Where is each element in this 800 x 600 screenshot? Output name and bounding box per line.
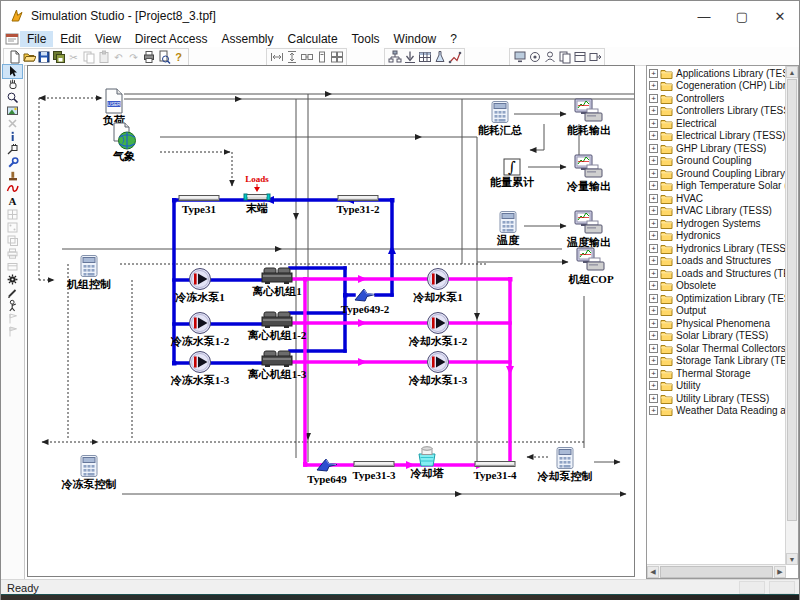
- print-icon[interactable]: [141, 50, 156, 65]
- flag-b-icon[interactable]: [3, 325, 22, 338]
- expand-plus-icon[interactable]: +: [649, 131, 658, 140]
- close-button[interactable]: ✕: [761, 2, 799, 31]
- expand-plus-icon[interactable]: +: [649, 219, 658, 228]
- fit-width-icon[interactable]: [269, 50, 284, 65]
- hierarchy-icon[interactable]: [387, 50, 402, 65]
- expand-plus-icon[interactable]: +: [649, 106, 658, 115]
- tree-item[interactable]: + Solar Thermal Collectors: [647, 342, 786, 355]
- view-options-icon[interactable]: [527, 50, 542, 65]
- help-icon[interactable]: ?: [171, 50, 186, 65]
- grid-a-icon[interactable]: [3, 208, 22, 221]
- card-icon[interactable]: [3, 260, 22, 273]
- connect-tool-icon[interactable]: [3, 143, 22, 156]
- print-small-icon[interactable]: [3, 247, 22, 260]
- menu-file[interactable]: File: [20, 31, 53, 47]
- component-energy-summary[interactable]: 能耗汇总: [468, 100, 532, 136]
- tree-item[interactable]: + Controllers Library (TESS): [647, 105, 786, 118]
- delete-tool-icon[interactable]: [3, 117, 22, 130]
- pen-tool-icon[interactable]: [3, 286, 22, 299]
- flask-icon[interactable]: [432, 50, 447, 65]
- save-icon[interactable]: [36, 50, 51, 65]
- component-temperature[interactable]: 温度: [476, 210, 540, 246]
- component-energy-integrator[interactable]: 能量累计: [480, 158, 544, 188]
- expand-plus-icon[interactable]: +: [649, 119, 658, 128]
- tree-item[interactable]: + Controllers: [647, 92, 786, 105]
- tree-item[interactable]: + Physical Phenomena: [647, 317, 786, 330]
- expand-plus-icon[interactable]: +: [649, 194, 658, 203]
- undo-icon[interactable]: ↶: [111, 50, 126, 65]
- menu-tools[interactable]: Tools: [345, 31, 387, 47]
- component-chw-pump-1-2[interactable]: 冷冻水泵1-2: [168, 311, 232, 347]
- title-bar[interactable]: Simulation Studio - [Project8_3.tpf] — ▢…: [1, 1, 799, 32]
- component-chiller-1-2[interactable]: 离心机组1-2: [245, 309, 309, 341]
- tree-item[interactable]: + Cogeneration (CHP) Library (TESS): [647, 80, 786, 93]
- component-chiller-1-3[interactable]: 离心机组1-3: [245, 348, 309, 380]
- expand-plus-icon[interactable]: +: [649, 344, 658, 353]
- paste-icon[interactable]: [96, 50, 111, 65]
- zoom-tool-icon[interactable]: [3, 91, 22, 104]
- component-type31[interactable]: Type31: [167, 193, 231, 215]
- open-icon[interactable]: [21, 50, 36, 65]
- route-icon[interactable]: [447, 50, 462, 65]
- info-tool-icon[interactable]: [3, 130, 22, 143]
- grid-b-icon[interactable]: [3, 221, 22, 234]
- component-cw-pump-control[interactable]: 冷却泵控制: [533, 446, 597, 482]
- tree-item[interactable]: + Storage Tank Library (TESS): [647, 355, 786, 368]
- expand-plus-icon[interactable]: +: [649, 81, 658, 90]
- scroll-right-icon[interactable]: ▶: [774, 566, 786, 578]
- cut-icon[interactable]: ✂: [66, 50, 81, 65]
- component-type31-2[interactable]: Type31-2: [326, 193, 390, 215]
- tree-item[interactable]: + Applications Library (TESS): [647, 67, 786, 80]
- tree-item[interactable]: + Loads and Structures (TESS): [647, 267, 786, 280]
- component-chw-pump-control[interactable]: 冷冻泵控制: [57, 454, 121, 490]
- tree-item[interactable]: + Thermal Storage: [647, 367, 786, 380]
- expand-plus-icon[interactable]: +: [649, 319, 658, 328]
- wrench-tool-icon[interactable]: [3, 156, 22, 169]
- tree-item[interactable]: + GHP Library (TESS): [647, 142, 786, 155]
- tree-item[interactable]: + Hydronics: [647, 230, 786, 243]
- files-icon[interactable]: [557, 50, 572, 65]
- tree-item[interactable]: + Utility: [647, 380, 786, 393]
- project-canvas[interactable]: 负荷 气象 Type31 Loads 末端 Type31-2 能耗汇总 能耗输出: [27, 65, 635, 577]
- expand-plus-icon[interactable]: +: [649, 94, 658, 103]
- expand-plus-icon[interactable]: +: [649, 381, 658, 390]
- component-chiller-1[interactable]: 离心机组1: [245, 265, 309, 297]
- expand-plus-icon[interactable]: +: [649, 231, 658, 240]
- expand-plus-icon[interactable]: +: [649, 369, 658, 378]
- component-chw-pump-1[interactable]: 冷冻水泵1: [168, 267, 232, 303]
- vertical-scroll-thumb[interactable]: [787, 79, 797, 521]
- expand-plus-icon[interactable]: +: [649, 256, 658, 265]
- menu-direct-access[interactable]: Direct Access: [128, 31, 215, 47]
- tile-windows-icon[interactable]: [329, 50, 344, 65]
- component-chw-pump-1-3[interactable]: 冷冻水泵1-3: [168, 350, 232, 386]
- component-energy-output[interactable]: 能耗输出: [557, 98, 621, 136]
- expand-plus-icon[interactable]: +: [649, 306, 658, 315]
- redo-icon[interactable]: ↷: [126, 50, 141, 65]
- tree-item[interactable]: + Electrical Library (TESS): [647, 130, 786, 143]
- mdi-document-icon[interactable]: [5, 33, 20, 46]
- monitor-icon[interactable]: [512, 50, 527, 65]
- signal-tool-icon[interactable]: [3, 182, 22, 195]
- tree-item[interactable]: + Hydronics Library (TESS): [647, 242, 786, 255]
- component-cooling-tower[interactable]: 冷却塔: [395, 445, 459, 479]
- expand-plus-icon[interactable]: +: [649, 294, 658, 303]
- tree-item[interactable]: + HVAC: [647, 192, 786, 205]
- tree-item[interactable]: + Ground Coupling: [647, 155, 786, 168]
- tree-item[interactable]: + Optimization Library (TESS): [647, 292, 786, 305]
- menu-window[interactable]: Window: [387, 31, 444, 47]
- pan-hand-icon[interactable]: [3, 78, 22, 91]
- flag-a-icon[interactable]: [3, 312, 22, 325]
- settings-gear-icon[interactable]: [3, 273, 22, 286]
- stamp-tool-icon[interactable]: [3, 169, 22, 182]
- text-tool-icon[interactable]: A: [3, 195, 22, 208]
- tree-item[interactable]: + Output: [647, 305, 786, 318]
- expand-plus-icon[interactable]: +: [649, 356, 658, 365]
- component-load-reader[interactable]: 负荷: [82, 88, 146, 126]
- scroll-down-icon[interactable]: ▼: [786, 553, 798, 565]
- copy-icon[interactable]: [81, 50, 96, 65]
- tree-vertical-scrollbar[interactable]: ▲ ▼: [785, 66, 798, 565]
- fit-height-icon[interactable]: [284, 50, 299, 65]
- expand-plus-icon[interactable]: +: [649, 144, 658, 153]
- expand-plus-icon[interactable]: +: [649, 181, 658, 190]
- expand-plus-icon[interactable]: +: [649, 269, 658, 278]
